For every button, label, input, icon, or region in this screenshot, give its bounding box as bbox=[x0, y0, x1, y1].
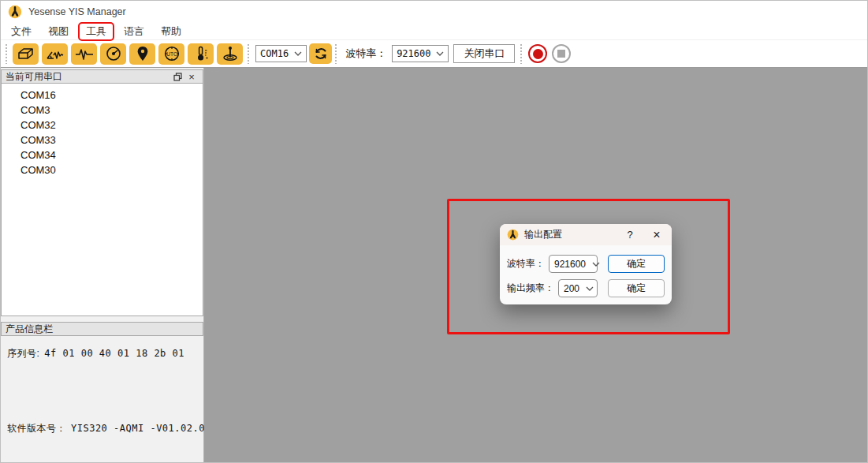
baud-rate-label: 波特率： bbox=[345, 47, 386, 61]
port-list: COM16COM3COM32COM33COM34COM30 bbox=[1, 84, 203, 316]
close-serial-port-button[interactable]: 关闭串口 bbox=[453, 44, 515, 63]
cube-3d-icon bbox=[16, 45, 36, 62]
info-panel-header: 产品信息栏 bbox=[1, 322, 203, 336]
port-list-item[interactable]: COM34 bbox=[2, 147, 203, 162]
record-icon bbox=[533, 49, 543, 59]
baud-rate-value: 921600 bbox=[397, 48, 430, 59]
dialog-output-rate-label: 输出频率： bbox=[507, 282, 554, 295]
thermometer-icon bbox=[191, 45, 211, 62]
chevron-down-icon bbox=[436, 51, 444, 56]
chevron-down-icon bbox=[579, 286, 594, 291]
chevron-down-icon bbox=[586, 262, 600, 267]
location-button[interactable] bbox=[129, 43, 155, 65]
toolbar-drag-handle[interactable] bbox=[5, 43, 9, 64]
menu-item-tools[interactable]: 工具 bbox=[78, 22, 114, 41]
view-3d-button[interactable] bbox=[13, 43, 39, 65]
dialog-title-bar[interactable]: 输出配置 ? × bbox=[500, 224, 672, 245]
baud-rate-select[interactable]: 921600 bbox=[392, 45, 449, 62]
serial-number-label: 序列号: bbox=[7, 347, 39, 360]
output-config-dialog: 输出配置 ? × 波特率： 921600 确定 bbox=[500, 224, 672, 304]
refresh-icon bbox=[313, 47, 329, 61]
menu-item-file[interactable]: 文件 bbox=[4, 23, 39, 40]
app-logo-icon bbox=[8, 5, 22, 19]
port-select-value: COM16 bbox=[260, 48, 289, 59]
toolbar: UTC COM16 bbox=[1, 40, 867, 68]
output-rate-confirm-button[interactable]: 确定 bbox=[608, 279, 665, 297]
thermometer-button[interactable] bbox=[188, 43, 214, 65]
svg-text:UTC: UTC bbox=[166, 51, 177, 57]
menu-bar: 文件 视图 工具 语言 帮助 bbox=[1, 23, 867, 40]
software-version-label: 软件版本号： bbox=[7, 422, 66, 435]
baud-confirm-button[interactable]: 确定 bbox=[608, 255, 665, 273]
port-list-item[interactable]: COM32 bbox=[2, 118, 203, 133]
dialog-help-button[interactable]: ? bbox=[622, 227, 638, 243]
pin-stand-button[interactable] bbox=[217, 43, 243, 65]
chevron-down-icon bbox=[294, 51, 302, 56]
title-bar: Yesense YIS Manager bbox=[1, 1, 867, 23]
close-panel-button[interactable]: × bbox=[184, 71, 199, 83]
waveform-icon bbox=[74, 45, 95, 62]
dialog-output-rate-select[interactable]: 200 bbox=[558, 279, 598, 297]
output-rate-row: 输出频率： 200 确定 bbox=[507, 279, 665, 297]
dialog-output-rate-value: 200 bbox=[564, 283, 579, 294]
gauge-button[interactable] bbox=[100, 43, 126, 65]
angle-plot-button[interactable] bbox=[42, 43, 68, 65]
utc-clock-icon: UTC bbox=[162, 45, 182, 62]
serial-number-value: 4f 01 00 40 01 18 2b 01 bbox=[44, 348, 184, 359]
port-list-item[interactable]: COM16 bbox=[2, 88, 203, 103]
product-info-area: 序列号: 4f 01 00 40 01 18 2b 01 软件版本号： YIS3… bbox=[1, 336, 203, 463]
utc-clock-button[interactable]: UTC bbox=[158, 43, 184, 65]
software-version-line: 软件版本号： YIS320 -AQMI -V01.02.03; bbox=[7, 422, 197, 435]
float-panel-button[interactable] bbox=[170, 71, 184, 83]
info-panel-title: 产品信息栏 bbox=[6, 323, 53, 336]
dialog-baud-select[interactable]: 921600 bbox=[549, 255, 598, 273]
software-version-value: YIS320 -AQMI -V01.02.03; bbox=[71, 423, 217, 434]
stop-button[interactable] bbox=[552, 44, 571, 63]
port-list-item[interactable]: COM3 bbox=[2, 103, 203, 118]
dialog-logo-icon bbox=[507, 229, 519, 241]
record-button[interactable] bbox=[528, 44, 547, 63]
workspace: 输出配置 ? × 波特率： 921600 确定 bbox=[204, 68, 867, 463]
menu-item-help[interactable]: 帮助 bbox=[154, 23, 188, 40]
ports-panel-header: 当前可用串口 × bbox=[1, 69, 203, 84]
content-area: 当前可用串口 × COM16COM3COM32COM33COM34COM30 产… bbox=[1, 68, 867, 463]
pin-stand-icon bbox=[220, 45, 240, 62]
float-window-icon bbox=[173, 73, 182, 81]
port-select[interactable]: COM16 bbox=[255, 45, 307, 62]
dialog-title: 输出配置 bbox=[524, 228, 622, 241]
menu-item-view[interactable]: 视图 bbox=[41, 23, 76, 40]
baud-rate-row: 波特率： 921600 确定 bbox=[507, 255, 665, 273]
toolbar-drag-handle[interactable] bbox=[520, 43, 523, 64]
window-title: Yesense YIS Manager bbox=[28, 6, 126, 17]
waveform-plot-button[interactable] bbox=[71, 43, 97, 65]
close-icon: × bbox=[188, 72, 195, 82]
sidebar: 当前可用串口 × COM16COM3COM32COM33COM34COM30 产… bbox=[1, 68, 204, 463]
port-list-item[interactable]: COM30 bbox=[2, 162, 203, 177]
gauge-icon bbox=[103, 45, 124, 62]
ports-panel-title: 当前可用串口 bbox=[6, 70, 62, 84]
port-list-item[interactable]: COM33 bbox=[2, 133, 203, 147]
panel-splitter[interactable] bbox=[1, 316, 203, 322]
menu-item-language[interactable]: 语言 bbox=[117, 23, 151, 40]
dialog-close-button[interactable]: × bbox=[649, 227, 665, 243]
location-pin-icon bbox=[132, 45, 153, 62]
dialog-baud-value: 921600 bbox=[554, 259, 586, 270]
app-window: Yesense YIS Manager 文件 视图 工具 语言 帮助 bbox=[0, 0, 868, 463]
angle-waveform-icon bbox=[45, 45, 65, 62]
toolbar-drag-handle[interactable] bbox=[334, 43, 338, 64]
toolbar-drag-handle[interactable] bbox=[247, 43, 251, 64]
serial-number-line: 序列号: 4f 01 00 40 01 18 2b 01 bbox=[7, 347, 197, 360]
refresh-ports-button[interactable] bbox=[309, 43, 332, 64]
dialog-body: 波特率： 921600 确定 输出频率： 200 bbox=[500, 245, 672, 297]
dialog-baud-label: 波特率： bbox=[507, 257, 545, 271]
stop-icon bbox=[557, 50, 565, 58]
